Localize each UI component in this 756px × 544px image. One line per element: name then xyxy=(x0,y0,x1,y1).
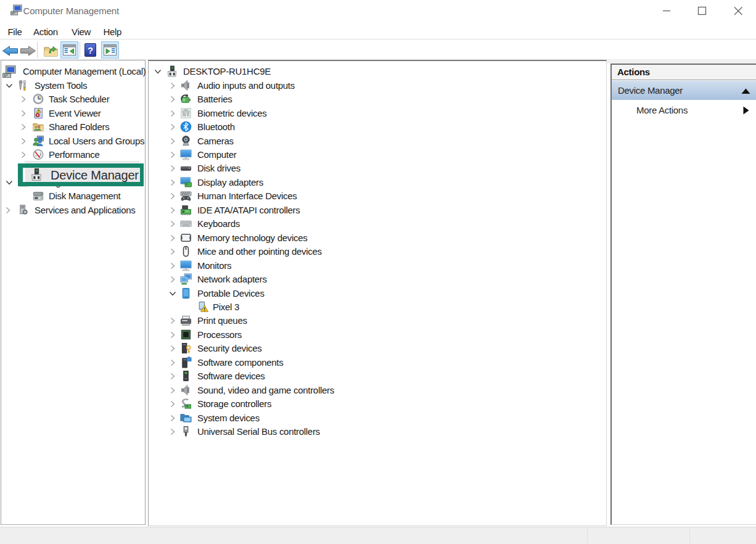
svg-text:?: ? xyxy=(88,45,93,56)
